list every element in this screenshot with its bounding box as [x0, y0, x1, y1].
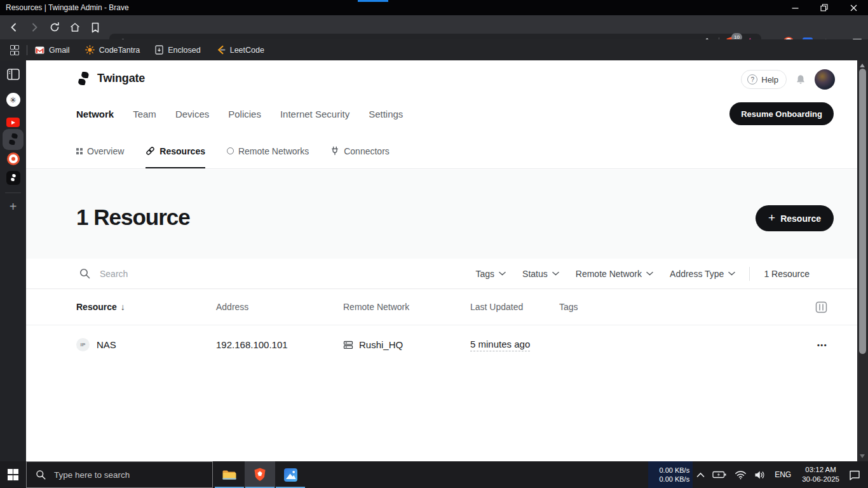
bookmarks-divider	[27, 45, 27, 55]
filter-status[interactable]: Status	[522, 269, 559, 279]
subnav-remote-networks[interactable]: Remote Networks	[227, 135, 309, 168]
sidebar-new-tab-button[interactable]: +	[0, 200, 26, 213]
language-indicator[interactable]: ENG	[770, 470, 796, 479]
bookmark-codetantra[interactable]: CodeTantra	[85, 45, 140, 55]
subnav-label: Remote Networks	[238, 146, 309, 156]
column-address[interactable]: Address	[216, 302, 343, 312]
sidebar-brave-rewards-tab[interactable]	[0, 152, 26, 165]
overview-grid-icon	[76, 148, 83, 154]
nav-team[interactable]: Team	[133, 106, 156, 123]
main-nav: Network Team Devices Policies Internet S…	[76, 106, 403, 123]
user-avatar[interactable]	[815, 69, 835, 90]
twingate-logo[interactable]: Twingate	[76, 71, 145, 86]
bookmarks-panel-button[interactable]	[86, 18, 104, 36]
tab-accent-line	[358, 0, 388, 2]
page-header: Twingate Network Team Devices Policies I…	[26, 60, 857, 135]
nav-internet-security[interactable]: Internet Security	[280, 106, 349, 123]
search-input[interactable]	[98, 268, 292, 280]
column-settings-button[interactable]	[802, 301, 827, 313]
bookmark-gmail[interactable]: Gmail	[35, 46, 70, 55]
show-hidden-icons-button[interactable]	[693, 461, 709, 488]
bookmark-leetcode[interactable]: LeetCode	[216, 45, 264, 55]
sidebar-chatgpt-tab[interactable]: ✳	[0, 93, 26, 107]
net-speed-widget[interactable]: 0.00 KB/s 0.00 KB/s	[648, 461, 693, 488]
home-button[interactable]	[66, 18, 84, 36]
add-resource-button[interactable]: + Resource	[756, 205, 834, 231]
scroll-up-arrow[interactable]	[860, 64, 865, 67]
wifi-button[interactable]	[731, 461, 750, 488]
subnav-label: Overview	[87, 146, 124, 156]
clock[interactable]: 03:12 AM 30-06-2025	[796, 465, 845, 484]
chatgpt-icon: ✳	[6, 93, 20, 107]
sidebar-twingate-tab-active[interactable]	[0, 133, 26, 146]
sidebar-youtube-tab[interactable]	[0, 118, 26, 127]
photos-button[interactable]	[275, 461, 306, 488]
nav-settings[interactable]: Settings	[369, 106, 403, 123]
table-toolbar: Tags Status Remote Network Address Type	[26, 259, 857, 289]
browser-sidebar: ✳ +	[0, 60, 26, 461]
codetantra-icon	[85, 45, 95, 55]
file-explorer-icon	[222, 468, 237, 481]
forward-button[interactable]	[25, 18, 43, 36]
table-row[interactable]: IP NAS 192.168.100.101 Rushi_HQ 5 minute…	[26, 325, 857, 364]
volume-button[interactable]	[750, 461, 770, 488]
page-title: 1 Resource	[76, 205, 190, 230]
subnav-connectors[interactable]: Connectors	[330, 135, 390, 168]
sidebar-panel-button[interactable]	[0, 69, 26, 80]
column-tags[interactable]: Tags	[559, 302, 802, 312]
columns-icon	[815, 301, 827, 313]
close-icon	[850, 4, 857, 11]
filter-tags[interactable]: Tags	[476, 269, 506, 279]
resource-name[interactable]: NAS	[97, 339, 116, 350]
remote-network-name[interactable]: Rushi_HQ	[359, 339, 403, 350]
brave-button[interactable]	[245, 461, 275, 488]
forward-icon	[29, 22, 40, 33]
scrollbar-thumb[interactable]	[859, 69, 866, 354]
speaker-icon	[754, 470, 766, 480]
nav-network[interactable]: Network	[76, 106, 114, 123]
filter-address-type[interactable]: Address Type	[670, 269, 735, 279]
sidebar-twingate-pinned-tab[interactable]	[0, 171, 26, 185]
filter-remote-network[interactable]: Remote Network	[576, 269, 653, 279]
column-last-updated[interactable]: Last Updated	[470, 302, 559, 312]
remote-network-cell[interactable]: Rushi_HQ	[343, 339, 470, 350]
battery-button[interactable]	[709, 461, 731, 488]
help-button[interactable]: ? Help	[741, 70, 787, 89]
taskbar-search[interactable]	[26, 461, 213, 488]
taskbar-search-input[interactable]	[53, 470, 195, 480]
scroll-down-arrow[interactable]	[860, 454, 865, 458]
start-button[interactable]	[0, 461, 26, 488]
back-button[interactable]	[5, 18, 23, 36]
chevron-up-icon	[696, 472, 705, 478]
battery-charging-icon	[712, 470, 727, 480]
resume-onboarding-label: Resume Onboarding	[741, 109, 822, 119]
apps-grid-icon[interactable]	[10, 45, 18, 55]
chevron-down-icon	[646, 271, 653, 276]
nav-devices[interactable]: Devices	[175, 106, 209, 123]
chevron-down-icon	[552, 271, 559, 276]
subnav-overview[interactable]: Overview	[76, 135, 124, 168]
notifications-button[interactable]	[791, 70, 810, 89]
column-remote-network[interactable]: Remote Network	[343, 302, 470, 312]
resource-cell[interactable]: IP NAS	[76, 338, 216, 351]
minimize-button[interactable]	[780, 0, 810, 15]
last-updated-value[interactable]: 5 minutes ago	[470, 339, 530, 351]
gmail-icon	[35, 46, 44, 54]
address-cell: 192.168.100.101	[216, 339, 343, 350]
restore-button[interactable]	[810, 0, 839, 15]
close-button[interactable]	[839, 0, 868, 15]
bell-icon	[795, 74, 806, 85]
bookmark-enclosed[interactable]: Enclosed	[155, 45, 200, 55]
resume-onboarding-button[interactable]: Resume Onboarding	[729, 102, 834, 125]
column-resource[interactable]: Resource ↓	[76, 302, 216, 312]
filter-label: Remote Network	[576, 269, 642, 279]
action-center-button[interactable]	[845, 461, 868, 488]
network-subnav: Overview Resources Remote Networks	[26, 135, 857, 169]
file-explorer-button[interactable]	[214, 461, 245, 488]
row-actions-button[interactable]: •••	[802, 341, 827, 349]
page-scrollbar[interactable]	[857, 60, 868, 461]
subnav-resources[interactable]: Resources	[146, 135, 205, 168]
add-resource-label: Resource	[780, 214, 821, 224]
nav-policies[interactable]: Policies	[228, 106, 261, 123]
reload-button[interactable]	[46, 18, 64, 36]
